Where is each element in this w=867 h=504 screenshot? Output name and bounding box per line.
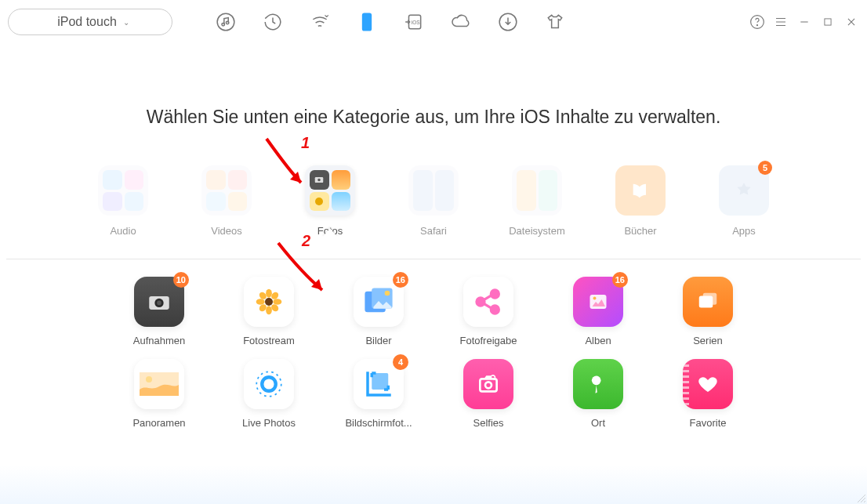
category-books[interactable]: Bücher xyxy=(609,165,672,237)
svg-point-9 xyxy=(757,25,758,26)
window-controls xyxy=(749,14,859,30)
svg-point-2 xyxy=(226,21,228,24)
category-videos[interactable]: Videos xyxy=(195,165,258,237)
count-badge: 16 xyxy=(612,272,628,288)
category-filesystem[interactable]: Dateisystem xyxy=(506,165,568,237)
svg-point-38 xyxy=(146,376,152,383)
category-apps[interactable]: 5 Apps xyxy=(713,165,775,237)
svg-point-17 xyxy=(157,301,161,306)
svg-point-19 xyxy=(266,289,272,298)
category-audio[interactable]: Audio xyxy=(92,165,154,237)
svg-rect-33 xyxy=(590,295,607,309)
svg-point-1 xyxy=(222,24,224,26)
minimize-button[interactable] xyxy=(796,14,812,30)
svg-point-32 xyxy=(491,306,499,314)
item-ort[interactable]: Ort xyxy=(543,359,653,429)
divider xyxy=(6,259,861,259)
item-label: Bildschirmfot... xyxy=(345,417,412,429)
wifi-sync-icon[interactable] xyxy=(307,9,332,34)
close-button[interactable] xyxy=(843,14,859,30)
svg-point-12 xyxy=(318,179,321,182)
category-safari[interactable]: Safari xyxy=(402,165,465,237)
item-label: Bilder xyxy=(365,335,391,346)
item-favorite[interactable]: Favorite xyxy=(653,359,763,429)
svg-rect-36 xyxy=(703,293,717,305)
item-bilder[interactable]: 16 Bilder xyxy=(324,277,434,346)
svg-point-39 xyxy=(262,377,276,391)
maximize-button[interactable] xyxy=(820,14,836,30)
category-row: Audio Videos Fotos Safari Dateisystem Bü… xyxy=(0,165,867,259)
item-panoramen[interactable]: Panoramen xyxy=(104,359,214,429)
item-label: Selfies xyxy=(473,417,503,429)
svg-point-43 xyxy=(485,382,492,388)
item-label: Ort xyxy=(591,417,605,429)
toolbar-icons: iOS xyxy=(213,9,568,34)
download-icon[interactable] xyxy=(495,9,521,34)
svg-point-34 xyxy=(593,297,597,300)
category-label: Audio xyxy=(110,225,136,237)
toolbar: iPod touch ⌄ iOS xyxy=(0,0,867,44)
count-badge: 5 xyxy=(758,161,772,175)
svg-point-22 xyxy=(273,299,281,305)
menu-icon[interactable] xyxy=(773,14,789,30)
count-badge: 10 xyxy=(173,272,189,288)
item-alben[interactable]: 16 Alben xyxy=(543,277,653,346)
music-icon[interactable] xyxy=(213,9,238,34)
item-label: Fotostream xyxy=(243,335,295,346)
history-icon[interactable] xyxy=(260,9,285,34)
item-fotostream[interactable]: Fotostream xyxy=(214,277,324,346)
svg-rect-4 xyxy=(365,28,368,29)
help-icon[interactable] xyxy=(749,14,765,30)
resize-grip[interactable] xyxy=(858,495,865,502)
to-ios-icon[interactable]: iOS xyxy=(401,9,426,34)
svg-point-21 xyxy=(256,299,265,305)
phone-icon[interactable] xyxy=(354,9,379,34)
chevron-down-icon: ⌄ xyxy=(123,18,129,27)
page-heading: Wählen Sie unten eine Kategorie aus, um … xyxy=(0,107,867,128)
item-label: Favorite xyxy=(690,417,727,429)
category-label: Bücher xyxy=(624,225,656,237)
category-fotos[interactable]: Fotos xyxy=(299,165,361,237)
category-pointer xyxy=(322,228,338,237)
svg-point-31 xyxy=(491,290,499,298)
svg-point-18 xyxy=(265,298,273,306)
item-label: Fotofreigabe xyxy=(460,335,517,346)
svg-point-44 xyxy=(592,376,601,386)
svg-rect-42 xyxy=(480,379,496,391)
item-label: Panoramen xyxy=(132,417,185,429)
shirt-icon[interactable] xyxy=(542,9,568,34)
item-label: Alben xyxy=(585,335,611,346)
device-label: iPod touch xyxy=(57,15,117,29)
footer-wave xyxy=(0,465,867,504)
category-label: Dateisystem xyxy=(509,225,565,237)
item-label: Live Photos xyxy=(242,417,296,429)
device-selector[interactable]: iPod touch ⌄ xyxy=(8,9,172,35)
category-label: Safari xyxy=(420,225,447,237)
item-serien[interactable]: Serien xyxy=(653,277,763,346)
photos-grid: 10 Aufnahmen Fotostream 16 Bilder Fotofr… xyxy=(0,277,867,429)
item-label: Serien xyxy=(693,335,723,346)
category-label: Apps xyxy=(732,225,756,237)
svg-text:iOS: iOS xyxy=(412,20,421,25)
item-fotofreigabe[interactable]: Fotofreigabe xyxy=(434,277,543,346)
svg-rect-41 xyxy=(372,373,388,390)
item-live-photos[interactable]: Live Photos xyxy=(214,359,324,429)
cloud-icon[interactable] xyxy=(448,9,473,34)
count-badge: 4 xyxy=(393,354,408,370)
item-screenshots[interactable]: 4 Bildschirmfot... xyxy=(324,359,434,429)
annotation-number: 1 xyxy=(301,134,310,151)
svg-point-20 xyxy=(266,306,272,314)
item-aufnahmen[interactable]: 10 Aufnahmen xyxy=(104,277,214,346)
item-label: Aufnahmen xyxy=(133,335,186,346)
count-badge: 16 xyxy=(393,272,408,288)
svg-rect-10 xyxy=(825,19,831,25)
item-selfies[interactable]: Selfies xyxy=(434,359,543,429)
svg-point-29 xyxy=(385,291,390,296)
category-label: Videos xyxy=(211,225,242,237)
svg-point-40 xyxy=(256,372,281,397)
